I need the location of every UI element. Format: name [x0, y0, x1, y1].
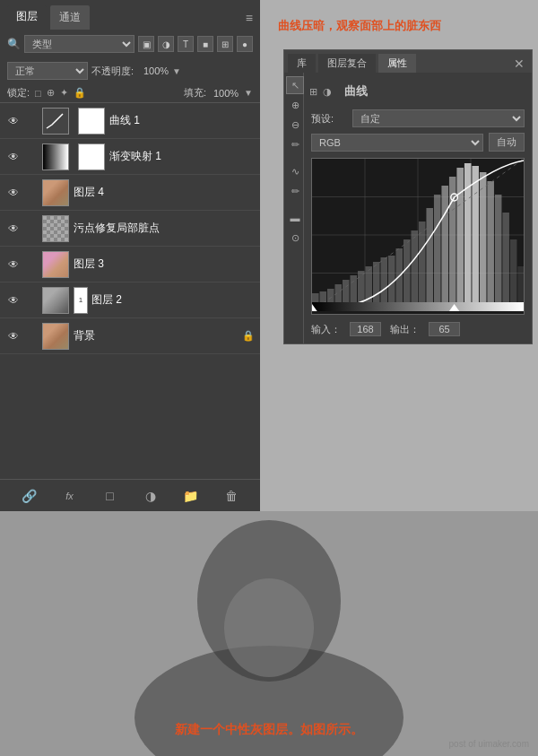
svg-rect-33: [510, 239, 517, 311]
fill-label: 填充:: [184, 86, 206, 100]
filter-smart-icon[interactable]: ⊞: [217, 36, 233, 52]
svg-rect-21: [419, 222, 426, 311]
auto-button[interactable]: 自动: [489, 133, 525, 152]
delete-icon[interactable]: 🗑: [221, 485, 242, 507]
filter-adjust-icon[interactable]: ◑: [158, 36, 174, 52]
filter-shape-icon[interactable]: ■: [197, 36, 213, 52]
layer-visibility-toggle[interactable]: 👁: [5, 256, 22, 273]
svg-rect-32: [502, 213, 509, 311]
tab-layers[interactable]: 图层: [7, 5, 47, 30]
lock-row: 锁定: □ ⊕ ✦ 🔒 填充: 100% ▼: [0, 83, 260, 103]
layers-panel: 图层 通道 ≡ 🔍 类型 ▣ ◑ T ■ ⊞ ● 正常: [0, 0, 260, 511]
layer-item[interactable]: 👁 图层 3: [0, 247, 260, 282]
lock-icon-box[interactable]: □: [35, 88, 41, 99]
bottom-background: [0, 511, 538, 756]
curves-tool-add[interactable]: ⊕: [286, 96, 304, 114]
layer-name: 背景: [74, 328, 239, 343]
lock-label: 锁定:: [7, 86, 30, 100]
svg-rect-37: [312, 302, 524, 311]
lock-icon-move[interactable]: ⊕: [47, 87, 55, 99]
tab-channels[interactable]: 通道: [50, 5, 90, 30]
svg-rect-29: [480, 172, 487, 311]
svg-rect-19: [404, 239, 411, 311]
channel-select[interactable]: RGB: [311, 134, 483, 152]
properties-panel: 库 图层复合 属性 ✕ ↖ ⊕ ⊖ ✏ ∿ ✏ ▬ ⊙ ⊞: [283, 49, 533, 344]
prop-tabs-bar: 库 图层复合 属性 ✕: [284, 50, 532, 73]
input-label: 输入：: [311, 323, 341, 336]
layer-item[interactable]: 👁 1 图层 2: [0, 282, 260, 318]
filter-text-icon[interactable]: T: [178, 36, 194, 52]
tab-properties[interactable]: 属性: [378, 54, 416, 73]
filter-dot-icon[interactable]: ●: [237, 36, 253, 52]
panel-close-icon[interactable]: ✕: [510, 56, 528, 71]
fx-icon[interactable]: fx: [59, 485, 81, 507]
curves-channel-row: RGB 自动: [304, 130, 532, 154]
blending-row: 正常 不透明度: 100% ▼: [0, 58, 260, 83]
curves-graph[interactable]: [311, 158, 525, 315]
layer-thumbnail: [42, 287, 69, 314]
group-icon[interactable]: 📁: [180, 485, 202, 507]
layer-mask-thumbnail: [78, 143, 105, 170]
svg-rect-23: [434, 195, 441, 311]
preset-label: 预设:: [311, 112, 347, 126]
filter-pixel-icon[interactable]: ▣: [138, 36, 154, 52]
panel-menu-icon[interactable]: ≡: [246, 11, 253, 25]
layer-thumbnail: [42, 179, 69, 206]
layer-thumbnail: [42, 108, 69, 135]
fill-arrow[interactable]: ▼: [244, 88, 253, 98]
curves-tool-pencil2[interactable]: ✏: [286, 182, 304, 200]
annotation-bottom: 新建一个中性灰图层。如图所示。: [0, 722, 538, 738]
svg-rect-26: [456, 168, 464, 311]
layer-visibility-toggle[interactable]: 👁: [5, 328, 22, 344]
layer-visibility-toggle[interactable]: 👁: [5, 221, 22, 237]
layer-visibility-toggle[interactable]: 👁: [5, 113, 22, 129]
portrait-svg: [0, 511, 538, 756]
tab-library[interactable]: 库: [288, 54, 316, 73]
background-lock-icon: 🔒: [242, 330, 255, 342]
lock-icon-all[interactable]: 🔒: [74, 87, 86, 99]
preset-select[interactable]: 自定: [352, 109, 525, 127]
svg-rect-18: [395, 248, 403, 311]
curves-panel-title: 曲线: [337, 80, 375, 103]
lock-icon-art[interactable]: ✦: [60, 87, 68, 99]
curves-tool-remove[interactable]: ⊖: [286, 116, 304, 134]
layer-item[interactable]: 👁 图层 4: [0, 175, 260, 211]
input-value: 168: [350, 322, 381, 336]
opacity-value: 100%: [137, 65, 169, 76]
tab-layer-comp[interactable]: 图层复合: [318, 54, 376, 73]
curves-tool-target[interactable]: ⊙: [286, 229, 304, 247]
layer-visibility-toggle[interactable]: 👁: [5, 292, 22, 308]
layer-visibility-toggle[interactable]: 👁: [5, 149, 22, 165]
search-icon: 🔍: [7, 38, 21, 50]
layer-name: 图层 2: [91, 292, 255, 308]
curves-tool-wave[interactable]: ∿: [286, 162, 304, 180]
svg-rect-30: [487, 181, 494, 311]
curves-preset-row: 预设: 自定: [304, 107, 532, 130]
layer-visibility-toggle[interactable]: 👁: [5, 185, 22, 201]
curves-tool-levels[interactable]: ▬: [286, 209, 304, 227]
layer-mask-thumbnail: [78, 108, 105, 135]
curves-tool-pointer[interactable]: ↖: [286, 76, 304, 94]
watermark: post of uimaker.com: [449, 739, 529, 749]
layer-item[interactable]: 👁 背景 🔒: [0, 318, 260, 354]
layer-item[interactable]: 👁 曲线 1: [0, 103, 260, 139]
layer-item[interactable]: 👁 渐变映射 1: [0, 139, 260, 175]
link-icon[interactable]: 🔗: [19, 485, 40, 507]
layer-list: 👁 曲线 1 👁 渐变映射 1 👁: [0, 103, 260, 479]
search-bar: 🔍 类型 ▣ ◑ T ■ ⊞ ●: [0, 30, 260, 58]
blending-mode-select[interactable]: 正常: [7, 62, 88, 80]
mask-icon[interactable]: □: [100, 485, 121, 507]
filter-type-select[interactable]: 类型: [24, 35, 134, 53]
curves-tool-pencil[interactable]: ✏: [286, 135, 304, 153]
curves-grid-icon: ⊞: [309, 86, 317, 98]
output-value: 65: [429, 322, 460, 336]
opacity-arrow[interactable]: ▼: [172, 66, 181, 76]
layer-thumbnail: [42, 143, 69, 170]
layer-thumbnail: [42, 323, 69, 350]
bg-photo: [0, 511, 538, 756]
output-label: 输出：: [390, 323, 420, 336]
layer-item[interactable]: 👁 污点修复局部脏点: [0, 211, 260, 247]
svg-rect-24: [441, 186, 448, 311]
adjustment-icon[interactable]: ◑: [140, 485, 161, 507]
layer-name: 曲线 1: [109, 113, 255, 128]
